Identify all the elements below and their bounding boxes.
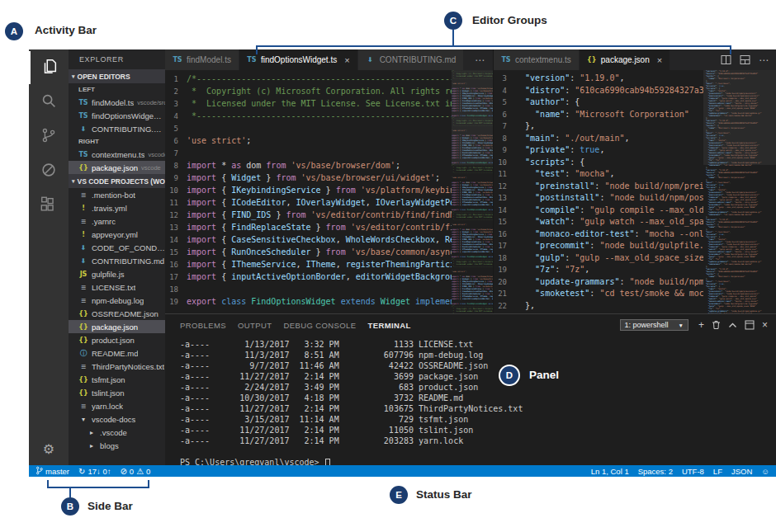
annotation-b-badge: B: [61, 497, 79, 516]
activity-source-control-button[interactable]: [29, 120, 69, 153]
panel-tab-debug-console[interactable]: DEBUG CONSOLE: [283, 321, 356, 330]
activity-extensions-button[interactable]: [29, 190, 69, 223]
file-row[interactable]: ≡ThirdPartyNotices.txt: [69, 360, 165, 373]
file-row[interactable]: {}OSSREADME.json: [69, 307, 165, 320]
file-name: npm-debug.log: [92, 296, 144, 305]
code-line: 15import { RunOnceScheduler } from 'vs/b…: [165, 246, 493, 258]
file-row[interactable]: {}package.json: [69, 320, 165, 333]
indentation-indicator[interactable]: Spaces: 2: [638, 467, 673, 476]
open-editor-item[interactable]: {}package.jsonvscode: [69, 161, 165, 174]
open-editor-item[interactable]: TScontextmenu.tsvscode/src/...: [69, 148, 165, 161]
editor-right[interactable]: 3 "version": "1.19.0",4 "distro": "610ca…: [494, 70, 776, 313]
more-actions-icon[interactable]: ⋯: [759, 54, 769, 66]
split-editor-icon[interactable]: [721, 54, 731, 65]
file-row[interactable]: ≡yarn.lock: [69, 399, 165, 412]
minimap-slider[interactable]: [703, 70, 776, 165]
minimap-left[interactable]: /*--------------------------------------…: [452, 70, 493, 313]
terminal-line: -a---- 11/27/2017 2:14 PM 11050 tslint.j…: [180, 425, 776, 435]
new-terminal-icon[interactable]: +: [698, 319, 704, 331]
file-row[interactable]: JSgulpfile.js: [69, 267, 165, 280]
close-icon[interactable]: ×: [657, 55, 662, 65]
open-editors-header[interactable]: ▾ OPEN EDITORS: [69, 69, 165, 83]
settings-gear-icon[interactable]: ⚙: [29, 439, 69, 459]
file-row[interactable]: ≡npm-debug.log: [69, 294, 165, 307]
tab-findmodel-ts[interactable]: TSfindModel.ts: [165, 49, 239, 70]
tab-contextmenu-ts[interactable]: TScontextmenu.ts: [494, 49, 580, 70]
file-name: package.json: [92, 163, 138, 172]
line-number: 5: [494, 97, 515, 109]
activity-bar: ⚙: [29, 49, 69, 465]
eol-indicator[interactable]: LF: [713, 467, 722, 476]
file-row[interactable]: {}tslint.json: [69, 386, 165, 399]
file-row[interactable]: {}tsfmt.json: [69, 373, 165, 386]
line-number: 12: [165, 210, 187, 222]
terminal-line: -a---- 2/24/2017 3:49 PM 683 product.jso…: [180, 382, 776, 393]
file-row[interactable]: ⬇CODE_OF_CONDUCT.md: [69, 241, 165, 254]
file-row[interactable]: ≡.mention-bot: [69, 188, 165, 201]
panel-tab-terminal[interactable]: TERMINAL: [368, 321, 411, 330]
language-mode-indicator[interactable]: JSON: [731, 467, 752, 476]
workspace-header[interactable]: ▾ VS CODE PROJECTS (WORKSPACE): [69, 174, 165, 188]
close-panel-icon[interactable]: ×: [762, 319, 768, 331]
sync-icon: ↻: [78, 467, 85, 476]
git-branch-indicator[interactable]: master: [35, 466, 69, 477]
annotation-letter: B: [67, 501, 73, 511]
line-number: 9: [494, 144, 515, 157]
tab-bar-left: TSfindModel.tsTSfindOptionsWidget.ts×⬇CO…: [165, 49, 493, 70]
file-name: CODE_OF_CONDUCT.md: [92, 243, 165, 252]
editor-left[interactable]: 1/*-------------------------------------…: [165, 70, 493, 313]
tab-package-json[interactable]: {}package.json×: [580, 49, 670, 70]
file-row[interactable]: !.travis.yml: [69, 201, 165, 214]
file-name: yarn.lock: [92, 402, 123, 411]
cursor-position[interactable]: Ln 1, Col 1: [591, 467, 629, 476]
tab-contributing-md[interactable]: ⬇CONTRIBUTING.md: [358, 49, 465, 70]
editor-layout-icon[interactable]: [740, 54, 750, 65]
editor-group-left: TSfindModel.tsTSfindOptionsWidget.ts×⬇CO…: [165, 49, 493, 313]
minimap-slider[interactable]: [452, 70, 493, 165]
terminal-line: -a---- 11/27/2017 2:14 PM 203283 yarn.lo…: [180, 435, 776, 446]
sidebar-title: EXPLORER: [69, 49, 165, 69]
git-sync-indicator[interactable]: ↻ 17↓ 0↑: [78, 467, 111, 476]
terminal[interactable]: -a---- 1/13/2017 3:32 PM 1133 LICENSE.tx…: [165, 336, 776, 468]
line-number: 3: [494, 73, 515, 85]
doc-file-icon: ≡: [78, 191, 88, 199]
encoding-indicator[interactable]: UTF-8: [682, 467, 704, 476]
json-file-icon: {}: [587, 56, 597, 64]
feedback-smiley-icon[interactable]: ☺: [761, 467, 769, 476]
annotation-e-label: Status Bar: [416, 488, 472, 501]
maximize-panel-icon[interactable]: [728, 322, 737, 328]
line-number: 4: [494, 85, 515, 97]
file-row[interactable]: {}product.json: [69, 333, 165, 346]
activity-search-button[interactable]: [29, 86, 69, 119]
code-line: 8import * as dom from 'vs/base/browser/d…: [165, 159, 493, 172]
kill-terminal-icon[interactable]: [712, 320, 721, 330]
activity-debug-button[interactable]: [29, 155, 69, 188]
file-path: vscode/src/...: [148, 151, 165, 158]
move-panel-icon[interactable]: [745, 320, 755, 330]
minimap-right[interactable]: "version": "1.19.0", "distro": "610ca699…: [703, 70, 776, 313]
file-row[interactable]: ≡LICENSE.txt: [69, 280, 165, 294]
code-line: import { inputActiveOptionBorder, editor…: [452, 298, 493, 300]
file-row[interactable]: ⬇CONTRIBUTING.md: [69, 254, 165, 267]
close-icon[interactable]: ×: [344, 55, 349, 65]
annotation-c-badge: C: [444, 12, 462, 30]
open-editor-item[interactable]: TSfindModel.tsvscode/src/vs/...: [69, 96, 165, 109]
terminal-select[interactable]: 1: powershell ▼: [620, 319, 688, 331]
more-tabs-icon[interactable]: ⋯: [466, 49, 493, 70]
file-row[interactable]: ▸blogs: [69, 439, 165, 452]
file-row[interactable]: ▸.vscode: [69, 426, 165, 439]
problems-indicator[interactable]: ⊘ 0 ⚠ 0: [120, 467, 150, 476]
screenshot-root: ⚙ EXPLORER ▾ OPEN EDITORS LEFTTSfindMode…: [0, 0, 776, 532]
file-row[interactable]: ≡.yarnrc: [69, 214, 165, 228]
open-editor-item[interactable]: ⬇CONTRIBUTING.mdvscode: [69, 122, 165, 135]
panel-tab-problems[interactable]: PROBLEMS: [180, 321, 226, 330]
activity-explorer-button[interactable]: [29, 51, 69, 84]
file-row[interactable]: !appveyor.yml: [69, 228, 165, 241]
file-row[interactable]: ⓘREADME.md: [69, 346, 165, 360]
line-number: 14: [494, 205, 515, 217]
open-editor-item[interactable]: TSfindOptionsWidget.tsvsco...: [69, 109, 165, 122]
file-row[interactable]: ▾vscode-docs: [69, 412, 165, 426]
panel-tab-output[interactable]: OUTPUT: [238, 321, 272, 330]
line-number: 13: [165, 222, 187, 234]
file-name: package.json: [92, 322, 138, 332]
